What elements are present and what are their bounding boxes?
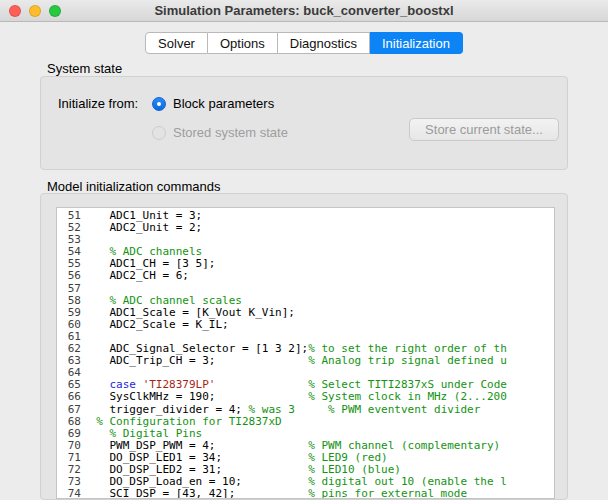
system-state-label: System state [47,61,122,76]
line-number: 69 [57,428,83,440]
tab-diagnostics[interactable]: Diagnostics [278,32,370,54]
line-number: 66 [57,391,83,403]
line-number: 56 [57,270,83,282]
close-button[interactable] [9,5,21,17]
radio-icon [152,126,166,140]
code-editor[interactable]: 51 ADC1_Unit = 3;52 ADC2_Unit = 2;5354 %… [56,207,555,499]
code-line: 74 SCI_DSP = [43, 42]; % pins for extern… [57,488,554,499]
tab-options[interactable]: Options [208,32,278,54]
code-line: 63 ADC_Trip_CH = 3; % Analog trip signal… [57,355,554,367]
code-line: 60 ADC2_Scale = K_IL; [57,319,554,331]
zoom-button[interactable] [49,5,61,17]
store-current-state-button[interactable]: Store current state... [409,118,559,141]
code-line: 56 ADC2_CH = 6; [57,270,554,282]
radio-option-block-parameters[interactable]: Block parameters [152,92,288,115]
model-init-group: 51 ADC1_Unit = 3;52 ADC2_Unit = 2;5354 %… [40,193,568,500]
radio-icon [152,97,166,111]
title-bar: Simulation Parameters: buck_converter_bo… [0,0,608,22]
radio-label: Block parameters [173,96,274,111]
line-number: 67 [57,404,83,416]
radio-group: Block parametersStored system state [152,92,288,150]
line-number: 57 [57,283,83,295]
initialize-from-label: Initialize from: [58,96,138,111]
model-init-label: Model initialization commands [47,179,220,194]
line-number: 74 [57,488,83,499]
radio-option-stored-system-state[interactable]: Stored system state [152,121,288,144]
tab-solver[interactable]: Solver [145,32,208,54]
radio-label: Stored system state [173,125,288,140]
window-title: Simulation Parameters: buck_converter_bo… [154,3,453,18]
minimize-button[interactable] [29,5,41,17]
line-number: 68 [57,416,83,428]
line-number: 58 [57,295,83,307]
dialog-window: Simulation Parameters: buck_converter_bo… [0,0,608,500]
system-state-group: Initialize from: Block parametersStored … [40,76,568,170]
code-line: 52 ADC2_Unit = 2; [57,222,554,234]
tab-initialization[interactable]: Initialization [370,32,463,54]
tab-bar: SolverOptionsDiagnosticsInitialization [0,32,608,54]
window-controls [9,5,61,17]
